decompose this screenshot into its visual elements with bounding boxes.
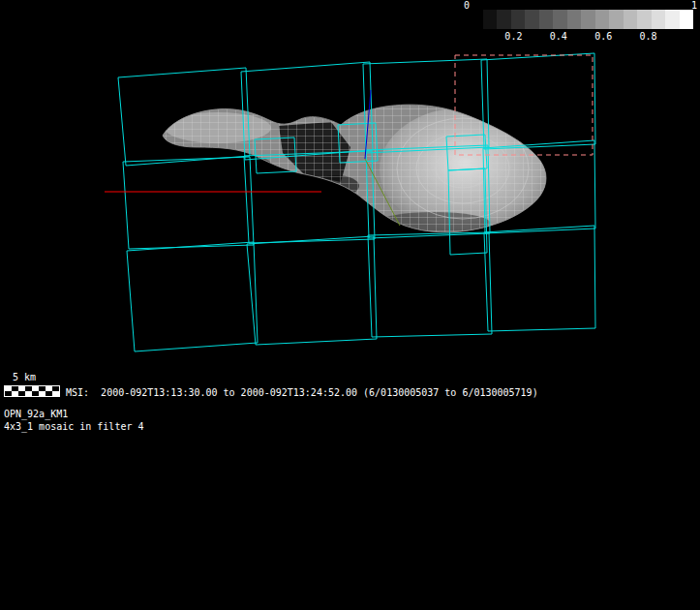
- mosaic-footprint: [127, 242, 258, 351]
- mosaic-footprint: [484, 226, 595, 331]
- scalebar-label: 5 km: [13, 372, 36, 383]
- scalebar-cell: [46, 391, 52, 396]
- scalebar-cell: [39, 391, 46, 396]
- scalebar-row: [5, 391, 59, 396]
- mosaic-description-text: 4x3_1 mosaic in filter 4: [4, 421, 144, 433]
- scalebar-cell: [32, 391, 39, 396]
- mosaic-footprint: [368, 232, 492, 337]
- scalebar: [4, 385, 60, 397]
- scalebar-cell: [5, 391, 12, 396]
- mosaic-footprint: [247, 236, 377, 345]
- scalebar-cell: [12, 391, 18, 396]
- sequence-id-text: OPN_92a_KM1: [4, 409, 68, 420]
- mosaic-footprint: [123, 157, 254, 249]
- scalebar-cell: [25, 391, 32, 396]
- msi-time-range-text: MSI: 2000-092T13:13:30.00 to 2000-092T13…: [66, 387, 538, 399]
- viewport-canvas[interactable]: [0, 0, 700, 610]
- msi-mosaic-viewer: 0 1 0.20.40.60.8: [0, 0, 700, 610]
- scalebar-cell: [18, 391, 25, 396]
- scalebar-cell: [52, 391, 59, 396]
